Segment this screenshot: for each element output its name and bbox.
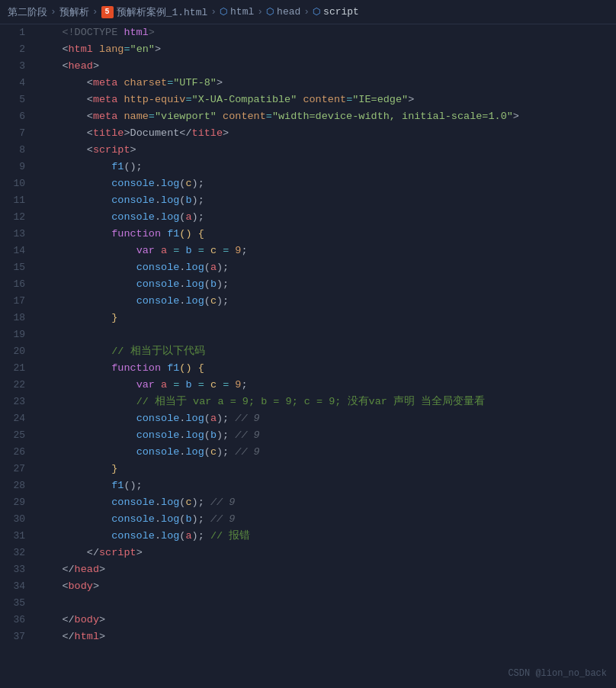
breadcrumb-segment[interactable]: 预解析 [59,5,89,19]
line-number: 11 [0,192,34,209]
line-content: console.log(b); [34,276,616,293]
line-number: 6 [0,108,34,125]
line-number: 15 [0,259,34,276]
code-line: 8 <script> [0,142,616,159]
code-line: 37 </html> [0,629,616,645]
line-number: 2 [0,41,34,58]
breadcrumb-segment[interactable]: 预解析案例_1.html [117,5,208,19]
code-editor: 1 <!DOCTYPE html> 2 <html lang="en"> 3 <… [0,24,616,645]
line-number: 3 [0,58,34,75]
line-content: f1(); [34,477,616,494]
line-number: 24 [0,410,34,427]
code-line: 28 f1(); [0,477,616,494]
line-number: 10 [0,175,34,192]
line-number: 14 [0,243,34,259]
line-content: </script> [34,545,616,561]
code-line: 3 <head> [0,58,616,75]
line-number: 17 [0,293,34,310]
line-number: 21 [0,360,34,377]
breadcrumb-sep: › [92,6,98,18]
code-line: 34 <body> [0,578,616,595]
code-line: 5 <meta http-equiv="X-UA-Compatible" con… [0,92,616,108]
line-content: console.log(c); // 9 [34,494,616,511]
line-content: var a = b = c = 9; [34,377,616,394]
line-content: // 相当于 var a = 9; b = 9; c = 9; 没有var 声明… [34,394,616,410]
line-content: <head> [34,58,616,75]
code-line: 21 function f1() { [0,360,616,377]
code-line: 31 console.log(a); // 报错 [0,528,616,545]
line-content: console.log(a); // 报错 [34,528,616,545]
line-number: 35 [0,595,34,612]
line-number: 29 [0,494,34,511]
line-content: </html> [34,629,616,645]
line-content: console.log(c); [34,175,616,192]
code-line: 26 console.log(c); // 9 [0,444,616,461]
line-number: 4 [0,75,34,92]
breadcrumb-sep: › [210,6,217,18]
code-line: 16 console.log(b); [0,276,616,293]
code-line: 4 <meta charset="UTF-8"> [0,75,616,92]
line-content: <meta charset="UTF-8"> [34,75,616,92]
code-line: 33 </head> [0,561,616,578]
code-line: 10 console.log(c); [0,175,616,192]
code-line: 13 function f1() { [0,226,616,243]
breadcrumb-segment[interactable]: html [230,6,254,18]
line-content [34,326,616,343]
breadcrumb-sep: › [257,6,263,18]
breadcrumb-segment[interactable]: head [277,6,300,18]
line-number: 19 [0,326,34,343]
code-line: 12 console.log(a); [0,209,616,226]
line-number: 36 [0,612,34,629]
line-content: <script> [34,142,616,159]
line-number: 26 [0,444,34,461]
code-line: 29 console.log(c); // 9 [0,494,616,511]
line-content: console.log(c); [34,293,616,310]
line-number: 37 [0,629,34,645]
line-content: console.log(b); [34,192,616,209]
line-content: console.log(a); // 9 [34,410,616,427]
line-number: 5 [0,92,34,108]
code-line: 22 var a = b = c = 9; [0,377,616,394]
line-number: 27 [0,461,34,477]
breadcrumb-segment[interactable]: 第二阶段 [8,5,47,19]
code-line: 1 <!DOCTYPE html> [0,24,616,41]
line-content: var a = b = c = 9; [34,243,616,259]
line-content: <meta http-equiv="X-UA-Compatible" conte… [34,92,616,108]
line-content: } [34,310,616,326]
line-number: 31 [0,528,34,545]
line-number: 12 [0,209,34,226]
line-content: <meta name="viewport" content="width=dev… [34,108,616,125]
line-content: } [34,461,616,477]
line-number: 18 [0,310,34,326]
line-number: 13 [0,226,34,243]
line-number: 34 [0,578,34,595]
breadcrumb: 第二阶段 › 预解析 › 5 预解析案例_1.html › ⬡ html › ⬡… [0,0,616,24]
code-line: 14 var a = b = c = 9; [0,243,616,259]
line-content: console.log(c); // 9 [34,444,616,461]
breadcrumb-sep: › [50,6,56,18]
line-content: console.log(a); [34,259,616,276]
code-line: 2 <html lang="en"> [0,41,616,58]
code-line: 23 // 相当于 var a = 9; b = 9; c = 9; 没有var… [0,394,616,410]
line-number: 16 [0,276,34,293]
line-content: <!DOCTYPE html> [34,24,616,41]
html5-icon: 5 [101,6,114,18]
code-line: 32 </script> [0,545,616,561]
code-line: 25 console.log(b); // 9 [0,427,616,444]
watermark: CSDN @lion_no_back [508,668,607,679]
code-line: 27 } [0,461,616,477]
line-number: 22 [0,377,34,394]
line-content: console.log(b); // 9 [34,427,616,444]
code-line: 6 <meta name="viewport" content="width=d… [0,108,616,125]
breadcrumb-segment-active[interactable]: script [323,6,359,18]
line-number: 23 [0,394,34,410]
code-line: 20 // 相当于以下代码 [0,343,616,360]
breadcrumb-sep: › [303,6,310,18]
code-line: 19 [0,326,616,343]
line-content: <body> [34,578,616,595]
line-content: function f1() { [34,226,616,243]
line-content: f1(); [34,159,616,175]
line-content: <title>Document</title> [34,125,616,142]
line-number: 7 [0,125,34,142]
line-number: 25 [0,427,34,444]
